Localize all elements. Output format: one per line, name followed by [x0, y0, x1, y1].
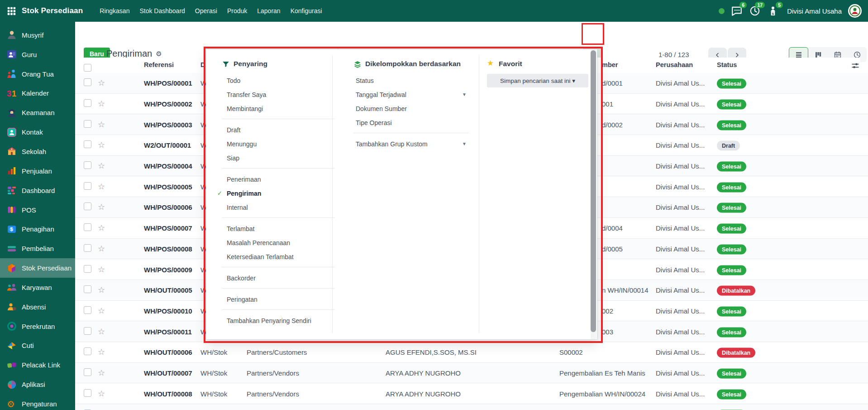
- filter-item-transfer-saya[interactable]: Transfer Saya: [222, 87, 335, 101]
- row-checkbox[interactable]: [84, 368, 91, 377]
- sidebar-item-penagihan[interactable]: $Penagihan: [0, 219, 75, 239]
- nav-menu-ringkasan[interactable]: Ringkasan: [95, 5, 134, 17]
- filter-item-internal[interactable]: Internal: [222, 200, 335, 214]
- row-checkbox[interactable]: [84, 223, 91, 232]
- filter-item-todo[interactable]: Todo: [222, 73, 335, 87]
- row-star-icon[interactable]: ☆: [98, 347, 105, 357]
- row-star-icon[interactable]: ☆: [98, 265, 105, 275]
- row-checkbox[interactable]: [84, 203, 91, 212]
- filter-item-terlambat[interactable]: Terlambat: [222, 222, 335, 236]
- row-star-icon[interactable]: ☆: [98, 306, 105, 316]
- sidebar-item-pelacak-link[interactable]: Pelacak Link: [0, 355, 75, 375]
- messages-button[interactable]: 6: [731, 5, 743, 17]
- row-star-icon[interactable]: ☆: [98, 368, 105, 378]
- table-row[interactable]: ☆WH/OUT/00006WH/StokPartners/CustomersAG…: [75, 342, 868, 363]
- filter-item-ketersediaan-terlambat[interactable]: Ketersediaan Terlambat: [222, 250, 335, 264]
- filter-item-penerimaan[interactable]: Penerimaan: [222, 172, 335, 186]
- sidebar-item-aplikasi[interactable]: Aplikasi: [0, 375, 75, 394]
- row-checkbox[interactable]: [84, 389, 91, 398]
- filter-item-draft[interactable]: Draft: [222, 123, 335, 137]
- add-custom-group[interactable]: Tambahkan Grup Kustom▼: [353, 137, 467, 151]
- gear-icon[interactable]: ⚙: [156, 50, 162, 58]
- row-checkbox[interactable]: [84, 244, 91, 253]
- sidebar-item-orang-tua[interactable]: Orang Tua: [0, 64, 75, 84]
- nav-menu-produk[interactable]: Produk: [222, 5, 252, 17]
- table-row[interactable]: ☆WH/OUT/00007WH/StokPartners/VendorsARYA…: [75, 363, 868, 384]
- col-dokumen-fragment[interactable]: mber: [602, 61, 618, 68]
- filter-item-menunggu[interactable]: Menunggu: [222, 137, 335, 151]
- row-checkbox[interactable]: [84, 265, 91, 274]
- sidebar-item-cuti[interactable]: Cuti: [0, 336, 75, 356]
- groupby-item-tipe-operasi[interactable]: Tipe Operasi: [353, 116, 467, 130]
- row-star-icon[interactable]: ☆: [98, 223, 105, 233]
- nav-menu-stok-dashboard[interactable]: Stok Dashboard: [134, 5, 190, 17]
- row-star-icon[interactable]: ☆: [98, 202, 105, 212]
- filter-item-tambahkan-penyaring-sendiri[interactable]: Tambahkan Penyaring Sendiri: [222, 314, 335, 328]
- sidebar-item-penjualan[interactable]: Penjualan: [0, 161, 75, 181]
- save-search-button[interactable]: Simpan pencarian saat ini ▾: [487, 74, 588, 87]
- nav-menu-laporan[interactable]: Laporan: [252, 5, 285, 17]
- filter-item-backorder[interactable]: Backorder: [222, 271, 335, 285]
- sidebar-item-sekolah[interactable]: Sekolah: [0, 142, 75, 161]
- row-checkbox[interactable]: [84, 306, 91, 315]
- nav-menu-operasi[interactable]: Operasi: [190, 5, 222, 17]
- avatar[interactable]: [848, 4, 862, 18]
- row-star-icon[interactable]: ☆: [98, 327, 105, 337]
- activities-button[interactable]: 17: [749, 5, 761, 17]
- row-checkbox[interactable]: [84, 99, 91, 108]
- row-checkbox[interactable]: [84, 285, 91, 294]
- panel-divider-2: [479, 56, 479, 333]
- row-star-icon[interactable]: ☆: [98, 120, 105, 130]
- groupby-item-status[interactable]: Status: [353, 73, 467, 87]
- sidebar-item-stok-persediaan[interactable]: Stok Persediaan: [0, 258, 75, 278]
- optional-columns-icon[interactable]: [851, 61, 860, 70]
- row-star-icon[interactable]: ☆: [98, 140, 105, 150]
- panel-scrollbar-track[interactable]: [591, 49, 596, 339]
- filter-item-pengiriman[interactable]: ✓Pengiriman: [222, 186, 335, 200]
- sidebar-item-absensi[interactable]: Absensi: [0, 297, 75, 317]
- user-name[interactable]: Divisi Amal Usaha: [787, 7, 842, 15]
- sidebar-item-pos[interactable]: POS: [0, 200, 75, 220]
- row-star-icon[interactable]: ☆: [98, 78, 105, 88]
- col-referensi[interactable]: Referensi: [144, 61, 174, 68]
- sidebar-item-keamanan[interactable]: Keamanan: [0, 103, 75, 122]
- groupby-item-dokumen-sumber[interactable]: Dokumen Sumber: [353, 101, 467, 116]
- sidebar-item-musyrif[interactable]: Musyrif: [0, 25, 75, 45]
- row-star-icon[interactable]: ☆: [98, 244, 105, 254]
- row-star-icon[interactable]: ☆: [98, 182, 105, 192]
- filter-item-peringatan[interactable]: Peringatan: [222, 292, 335, 306]
- sales-notification-button[interactable]: $ 5: [767, 5, 779, 17]
- app-brand[interactable]: Stok Persediaan: [22, 6, 83, 15]
- row-checkbox[interactable]: [84, 182, 91, 191]
- sidebar-item-perekrutan[interactable]: Perekrutan: [0, 317, 75, 336]
- col-perusahaan[interactable]: Perusahaan: [656, 61, 693, 68]
- sidebar-item-pembelian[interactable]: Pembelian: [0, 239, 75, 258]
- sidebar-item-dashboard[interactable]: Dashboard: [0, 181, 75, 200]
- row-checkbox[interactable]: [84, 140, 91, 150]
- col-status[interactable]: Status: [717, 61, 737, 68]
- app-grid-icon[interactable]: [6, 6, 16, 16]
- row-checkbox[interactable]: [84, 161, 91, 170]
- sidebar-item-kontak[interactable]: Kontak: [0, 122, 75, 142]
- filter-item-siap[interactable]: Siap: [222, 151, 335, 165]
- sidebar-item-pengaturan[interactable]: ⚙Pengaturan: [0, 394, 75, 410]
- groupby-item-tanggal-terjadwal[interactable]: Tanggal Terjadwal▼: [353, 87, 467, 101]
- sidebar-item-guru[interactable]: Guru: [0, 45, 75, 64]
- row-checkbox[interactable]: [84, 78, 91, 87]
- sidebar-item-kalender[interactable]: 31Kalender: [0, 84, 75, 103]
- row-checkbox[interactable]: [84, 120, 91, 129]
- table-row[interactable]: ☆WH/OUT/00011GU/StokPartners/VendorsAGUS…: [75, 404, 868, 410]
- row-star-icon[interactable]: ☆: [98, 389, 105, 399]
- panel-scrollbar-thumb[interactable]: [591, 50, 596, 332]
- col-dari-fragment[interactable]: D: [200, 61, 205, 68]
- row-star-icon[interactable]: ☆: [98, 161, 105, 171]
- row-star-icon[interactable]: ☆: [98, 285, 105, 295]
- filter-item-membintangi[interactable]: Membintangi: [222, 101, 335, 116]
- row-checkbox[interactable]: [84, 327, 91, 336]
- row-star-icon[interactable]: ☆: [98, 99, 105, 109]
- nav-menu-konfigurasi[interactable]: Konfigurasi: [286, 5, 327, 17]
- sidebar-item-karyawan[interactable]: Karyawan: [0, 278, 75, 297]
- table-row[interactable]: ☆WH/OUT/00008WH/StokPartners/VendorsARYA…: [75, 383, 868, 404]
- filter-item-masalah-perencanaan[interactable]: Masalah Perencanaan: [222, 236, 335, 250]
- row-checkbox[interactable]: [84, 347, 91, 357]
